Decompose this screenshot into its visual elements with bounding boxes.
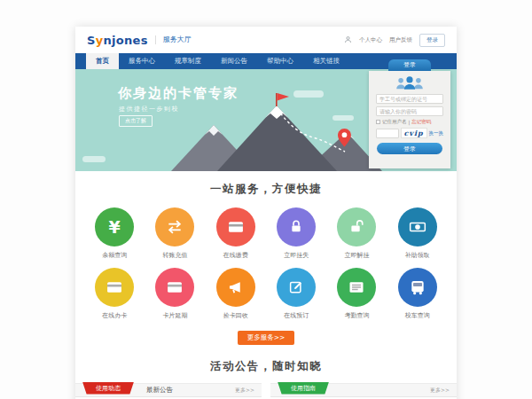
compose-icon bbox=[277, 268, 316, 307]
users-icon bbox=[392, 75, 427, 91]
logo[interactable]: Synjones bbox=[87, 34, 148, 47]
services-grid: ¥ 余额查询 转账充值 在线缴费 立即挂失 bbox=[75, 197, 457, 320]
login-panel: 登录 记住用户名 | 忘记密码 cvip 换一换 登录 bbox=[369, 71, 450, 168]
service-online-booking[interactable]: 在线预订 bbox=[266, 268, 326, 320]
login-submit-button[interactable]: 登录 bbox=[377, 143, 442, 154]
remember-label: 记住用户名 bbox=[382, 119, 407, 125]
hero-subtitle: 提供捷径一步到校 bbox=[119, 105, 179, 113]
unlock-icon bbox=[337, 207, 376, 246]
cloud-decoration bbox=[82, 156, 106, 162]
attendance-icon bbox=[337, 268, 376, 307]
site-container: Synjones 服务大厅 个人中心 用户反馈 登录 首页 服务中心 规章制度 … bbox=[75, 27, 457, 399]
nav-item-help[interactable]: 帮助中心 bbox=[257, 53, 303, 69]
student-id-input[interactable] bbox=[376, 94, 443, 104]
guide-more-link[interactable]: 更多>> bbox=[430, 387, 450, 395]
password-input[interactable] bbox=[376, 106, 443, 116]
news-panel-header: 使用动态 最新公告 更多>> bbox=[75, 383, 262, 397]
service-pay-online[interactable]: 在线缴费 bbox=[206, 207, 266, 260]
remember-checkbox[interactable] bbox=[376, 120, 380, 124]
tab-usage-news[interactable]: 使用动态 bbox=[82, 382, 134, 395]
nav-item-service-center[interactable]: 服务中心 bbox=[119, 53, 165, 69]
service-card-renewal[interactable]: 卡片延期 bbox=[145, 268, 205, 320]
site-header: Synjones 服务大厅 个人中心 用户反馈 登录 bbox=[75, 27, 457, 53]
announcements-section: 活动公告，随时知晓 使用动态 最新公告 更多>> 使用指南 更多>> bbox=[75, 356, 457, 399]
hero-banner: 你身边的卡管专家 提供捷径一步到校 点击了解 登录 bbox=[75, 69, 457, 171]
login-tab[interactable]: 登录 bbox=[388, 59, 431, 71]
news-more-link[interactable]: 更多>> bbox=[235, 387, 254, 395]
bank-card-icon bbox=[155, 268, 194, 307]
announcement-panels: 使用动态 最新公告 更多>> 使用指南 更多>> bbox=[75, 383, 457, 399]
remember-row: 记住用户名 | 忘记密码 bbox=[376, 119, 443, 125]
hero-cta-button[interactable]: 点击了解 bbox=[119, 115, 153, 127]
logo-text: S bbox=[87, 34, 96, 47]
services-title: 一站服务，方便快捷 bbox=[75, 182, 457, 197]
captcha-refresh-link[interactable]: 换一换 bbox=[429, 130, 444, 137]
app-name: 服务大厅 bbox=[155, 35, 192, 44]
tab-usage-guide[interactable]: 使用指南 bbox=[278, 382, 329, 395]
captcha-row: cvip 换一换 bbox=[376, 128, 443, 138]
bus-icon bbox=[398, 268, 437, 307]
megaphone-icon bbox=[216, 268, 255, 307]
service-balance[interactable]: ¥ 余额查询 bbox=[84, 207, 145, 260]
guide-panel-header: 使用指南 更多>> bbox=[270, 383, 457, 397]
service-subsidy[interactable]: 补助领取 bbox=[387, 207, 448, 260]
header-login-button[interactable]: 登录 bbox=[419, 34, 445, 47]
nav-item-home[interactable]: 首页 bbox=[86, 53, 119, 69]
announcements-title: 活动公告，随时知晓 bbox=[75, 359, 457, 374]
nav-item-rules[interactable]: 规章制度 bbox=[165, 53, 211, 69]
service-transfer[interactable]: 转账充值 bbox=[145, 207, 205, 260]
more-services-button[interactable]: 更多服务>> bbox=[238, 331, 295, 345]
person-icon bbox=[344, 35, 352, 45]
personal-center-link[interactable]: 个人中心 bbox=[359, 36, 382, 44]
service-school-bus[interactable]: 校车查询 bbox=[387, 268, 448, 320]
service-unfreeze[interactable]: 立即解挂 bbox=[326, 207, 387, 260]
service-apply-card[interactable]: 在线办卡 bbox=[84, 268, 145, 320]
captcha-image[interactable]: cvip bbox=[401, 128, 427, 138]
service-attendance[interactable]: 考勤查询 bbox=[326, 268, 387, 320]
bank-card-icon bbox=[95, 268, 134, 307]
mountain-illustration bbox=[171, 90, 382, 171]
nav-item-links[interactable]: 相关链接 bbox=[303, 53, 349, 69]
services-section: 一站服务，方便快捷 ¥ 余额查询 转账充值 在线缴费 bbox=[75, 171, 457, 356]
divider: | bbox=[409, 120, 411, 125]
service-card-recovery[interactable]: 捡卡回收 bbox=[206, 268, 266, 320]
captcha-input[interactable] bbox=[376, 129, 399, 138]
news-panel: 使用动态 最新公告 更多>> bbox=[75, 383, 262, 399]
transfer-icon bbox=[155, 207, 194, 246]
nav-item-news[interactable]: 新闻公告 bbox=[211, 53, 257, 69]
header-right: 个人中心 用户反馈 登录 bbox=[344, 34, 445, 47]
logo-text-rest: njones bbox=[103, 34, 147, 47]
yuan-icon: ¥ bbox=[95, 207, 134, 246]
banknote-icon bbox=[398, 207, 437, 246]
guide-panel: 使用指南 更多>> bbox=[270, 383, 457, 399]
user-feedback-link[interactable]: 用户反馈 bbox=[389, 36, 412, 44]
forgot-password-link[interactable]: 忘记密码 bbox=[411, 119, 431, 125]
lock-icon bbox=[277, 207, 316, 246]
tab-latest-announcements[interactable]: 最新公告 bbox=[146, 386, 173, 395]
service-report-loss[interactable]: 立即挂失 bbox=[266, 207, 326, 260]
bank-card-icon bbox=[216, 207, 255, 246]
